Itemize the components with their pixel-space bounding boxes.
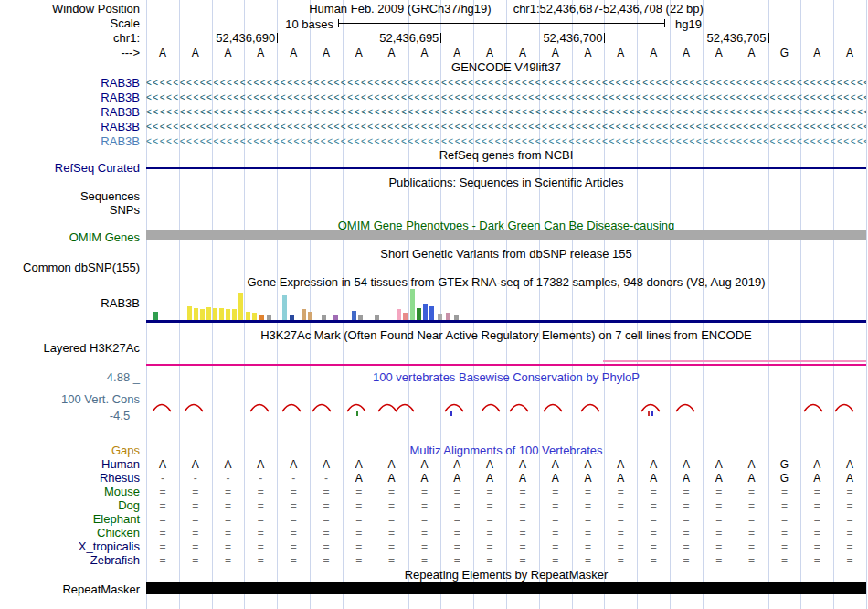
multiz-cell: = — [343, 540, 376, 553]
omim-genes-label[interactable]: OMIM Genes — [0, 231, 140, 244]
gencode-transcript-label[interactable]: RAB3B — [0, 91, 140, 104]
refseq-curated-label[interactable]: RefSeq Curated — [0, 162, 140, 175]
publications-sequences-label[interactable]: Sequences — [0, 190, 140, 203]
gtex-expression-bar[interactable] — [194, 308, 198, 320]
track-title-dbsnp[interactable]: Short Genetic Variants from dbSNP releas… — [146, 248, 866, 261]
track-title-phylop[interactable]: 100 vertebrates Basewise Conservation by… — [146, 371, 866, 384]
multiz-species-label[interactable]: Dog — [0, 499, 140, 512]
track-title-repeatmasker[interactable]: Repeating Elements by RepeatMasker — [146, 569, 866, 582]
gtex-expression-bar[interactable] — [200, 309, 205, 320]
gencode-transcript-line[interactable]: <<<<<<<<<<<<<<<<<<<<<<<<<<<<<<<<<<<<<<<<… — [146, 120, 866, 134]
h3k27ac-signal-upper[interactable] — [603, 360, 866, 362]
sequence-base: A — [833, 47, 866, 59]
gtex-expression-bar[interactable] — [308, 312, 312, 320]
repeatmasker-label[interactable]: RepeatMasker — [0, 583, 140, 596]
gtex-expression-bar[interactable] — [302, 309, 306, 320]
track-title-gtex[interactable]: Gene Expression in 54 tissues from GTEx … — [146, 276, 866, 289]
gencode-transcript-label[interactable]: RAB3B — [0, 77, 140, 90]
multiz-species-label[interactable]: X_tropicalis — [0, 540, 140, 553]
coordinate-tick — [768, 33, 769, 43]
gtex-expression-bar[interactable] — [423, 304, 428, 320]
multiz-species-label[interactable]: Human — [0, 458, 140, 471]
multiz-species-label[interactable]: Mouse — [0, 486, 140, 498]
gtex-expression-bar[interactable] — [238, 293, 243, 320]
multiz-cell: = — [310, 527, 343, 540]
gtex-expression-bar[interactable] — [403, 313, 408, 320]
gencode-transcript-line[interactable]: <<<<<<<<<<<<<<<<<<<<<<<<<<<<<<<<<<<<<<<<… — [146, 76, 866, 91]
publications-snps-label[interactable]: SNPs — [0, 204, 140, 217]
phylop-peak — [675, 401, 695, 415]
gtex-expression-bar[interactable] — [232, 309, 237, 320]
track-title-gencode[interactable]: GENCODE V49lift37 — [146, 61, 866, 74]
gtex-expression-bar[interactable] — [438, 314, 442, 320]
multiz-cell: A — [212, 458, 245, 471]
gtex-expression-bar[interactable] — [352, 311, 356, 320]
assembly-title: Human Feb. 2009 (GRCh37/hg19) — [309, 2, 491, 16]
repeatmasker-bar[interactable] — [146, 582, 866, 594]
multiz-cell: = — [637, 513, 670, 526]
track-title-refseq[interactable]: RefSeq genes from NCBI — [146, 149, 866, 162]
multiz-species-label[interactable]: Zebrafish — [0, 554, 140, 567]
gtex-expression-bar[interactable] — [397, 309, 401, 320]
multiz-cell: = — [244, 486, 277, 498]
multiz-cell: - — [277, 472, 310, 485]
h3k27ac-label[interactable]: Layered H3K27Ac — [0, 342, 140, 355]
scale-bar — [338, 19, 665, 27]
dbsnp-label[interactable]: Common dbSNP(155) — [0, 262, 140, 274]
phylop-min-label: -4.5 _ — [0, 410, 140, 422]
gencode-transcript-label[interactable]: RAB3B — [0, 135, 140, 148]
multiz-species-label[interactable]: Rhesus — [0, 472, 140, 485]
gtex-expression-bar[interactable] — [417, 308, 421, 320]
multiz-cell: = — [212, 540, 245, 553]
genome-label: hg19 — [675, 17, 702, 31]
window-position-value: Human Feb. 2009 (GRCh37/hg19)chr1:52,436… — [146, 3, 866, 16]
track-title-multiz[interactable]: Multiz Alignments of 100 Vertebrates — [146, 444, 866, 457]
gtex-expression-bar[interactable] — [446, 313, 450, 320]
sequence-base: G — [768, 47, 801, 59]
gtex-expression-bar[interactable] — [219, 308, 224, 320]
gencode-transcript-line[interactable]: <<<<<<<<<<<<<<<<<<<<<<<<<<<<<<<<<<<<<<<<… — [146, 134, 866, 149]
gtex-gene-label[interactable]: RAB3B — [0, 297, 140, 310]
track-title-publications[interactable]: Publications: Sequences in Scientific Ar… — [146, 176, 866, 189]
omim-genes-bar[interactable] — [146, 230, 866, 240]
gencode-transcript-label[interactable]: RAB3B — [0, 121, 140, 134]
multiz-cell: A — [539, 458, 572, 471]
multiz-species-label[interactable]: Elephant — [0, 513, 140, 526]
multiz-cell: = — [310, 554, 343, 567]
gtex-expression-bar[interactable] — [213, 308, 217, 320]
multiz-cell: = — [768, 499, 801, 512]
gencode-transcript-line[interactable]: <<<<<<<<<<<<<<<<<<<<<<<<<<<<<<<<<<<<<<<<… — [146, 91, 866, 105]
sequence-base: A — [506, 47, 539, 59]
multiz-cell: = — [736, 486, 768, 498]
multiz-cell: = — [833, 486, 866, 498]
multiz-cell: = — [703, 540, 736, 553]
multiz-cell: - — [179, 472, 212, 485]
phylop-track-label[interactable]: 100 Vert. Cons — [0, 393, 140, 406]
gtex-expression-bar[interactable] — [429, 306, 434, 320]
gtex-expression-bar[interactable] — [187, 306, 192, 320]
gtex-expression-bar[interactable] — [153, 312, 158, 320]
multiz-species-label[interactable]: Gaps — [0, 444, 140, 457]
multiz-species-label[interactable]: Chicken — [0, 527, 140, 540]
gtex-expression-bar[interactable] — [410, 289, 415, 320]
multiz-cell: = — [408, 554, 441, 567]
multiz-cell: A — [473, 472, 506, 485]
gtex-expression-bar[interactable] — [246, 312, 250, 320]
multiz-cell: = — [376, 554, 408, 567]
gencode-transcript-line[interactable]: <<<<<<<<<<<<<<<<<<<<<<<<<<<<<<<<<<<<<<<<… — [146, 105, 866, 120]
multiz-cell: - — [212, 472, 245, 485]
gtex-expression-bar[interactable] — [282, 295, 287, 320]
gtex-expression-bar[interactable] — [206, 307, 211, 320]
refseq-curated-line[interactable] — [146, 167, 866, 169]
multiz-cell: A — [572, 458, 605, 471]
gtex-expression-bar[interactable] — [226, 309, 230, 320]
multiz-cell: = — [637, 554, 670, 567]
multiz-cell: - — [146, 472, 179, 485]
h3k27ac-signal[interactable] — [146, 364, 866, 366]
track-title-h3k27ac[interactable]: H3K27Ac Mark (Often Found Near Active Re… — [146, 329, 866, 342]
multiz-cell: = — [343, 486, 376, 498]
gtex-expression-bar[interactable] — [252, 313, 257, 320]
chrom-label: chr1: — [0, 32, 140, 45]
gencode-transcript-label[interactable]: RAB3B — [0, 106, 140, 119]
multiz-cell: A — [539, 472, 572, 485]
